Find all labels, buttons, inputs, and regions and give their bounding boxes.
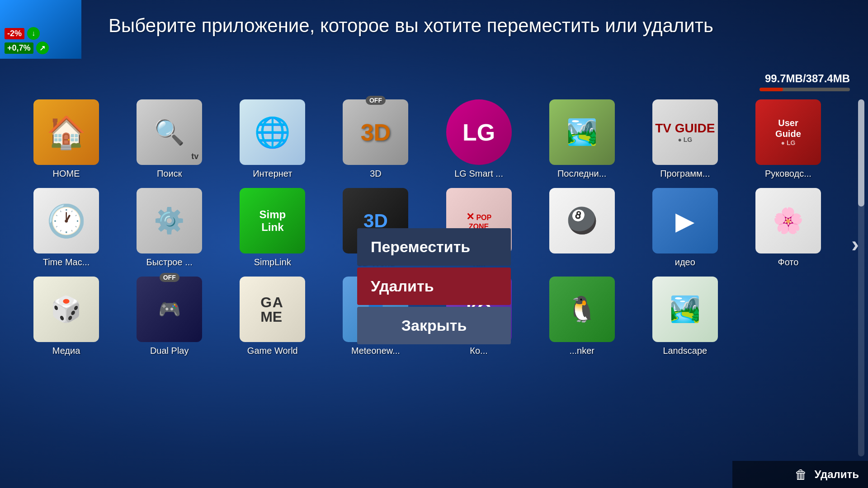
percent-badge-1: -2% [5,28,24,39]
app-recent[interactable]: 🏞️ Последни... [534,99,630,179]
app-video-label: идео [675,257,695,267]
simplink-text-icon: SimpLink [259,208,286,234]
app-tv-guide-label: Программ... [660,169,710,179]
storage-bar [760,88,850,91]
app-thinker-label: ...nker [569,346,594,356]
app-internet-label: Интернет [253,169,292,179]
delete-icon: 🗑 [795,467,807,482]
3d-text-icon: 3D [361,119,391,146]
app-landscape[interactable]: 🏞️ Landscape [637,277,733,356]
app-photo[interactable]: 🌸 Фото [740,188,836,267]
app-internet[interactable]: 🌐 Интернет [224,99,321,179]
app-gameworld[interactable]: GAME Game World [224,277,321,356]
context-menu: Переместить Удалить Закрыть [357,228,511,346]
lg-logo-text: LG [462,119,495,146]
app-balls[interactable]: 🎱 [534,188,630,267]
game-letters: GAME [260,295,284,324]
corner-widget: -2% ↓ +0,7% ↗ [0,0,81,59]
app-gameworld-label: Game World [247,346,298,356]
app-landscape-icon: 🏞️ [652,277,718,342]
app-3d[interactable]: OFF 3D 3D [327,99,424,179]
gear-lightning-icon: ⚙️ [154,206,185,235]
pop-zone-text: ✕ POPZONE [466,211,491,231]
percent-badge-2: +0,7% [5,42,33,54]
storage-info: 99.7MB/387.4MB [760,72,850,91]
app-user-guide-icon: User Guide ● LG [755,99,821,165]
clock-icon: 🕐 [47,202,86,239]
app-user-guide-label: Руководс... [765,169,811,179]
arrow-up-icon: ↗ [36,42,49,54]
header: Выберите приложение, которое вы хотите п… [90,9,868,43]
app-dualplay-icon: 🎮 [137,277,202,342]
app-simplink[interactable]: SimpLink SimpLink [224,188,321,267]
bottom-bar: 🗑 Удалить [732,461,868,488]
app-tv-guide-icon: TV GUIDE ● LG [652,99,718,165]
app-balls-icon: 🎱 [549,188,615,253]
app-fast[interactable]: ⚙️ Быстрое ... [121,188,217,267]
app-video-icon: ▶ [652,188,718,253]
balls-icon: 🎱 [566,206,598,235]
app-time-mac[interactable]: 🕐 Time Mac... [18,188,114,267]
bottom-delete-label: Удалить [814,468,859,481]
app-user-guide[interactable]: User Guide ● LG Руководс... [740,99,836,179]
scrollbar-thumb [858,99,864,206]
app-3d-icon: 3D [343,99,408,165]
app-media-icon: 🎲 [33,277,99,342]
storage-bar-fill [760,88,783,91]
app-internet-icon: 🌐 [240,99,305,165]
landscape-icon: 🏞️ [670,295,701,324]
app-simplink-icon: SimpLink [240,188,305,253]
app-simplink-label: SimpLink [254,257,291,267]
menu-delete-button[interactable]: Удалить [357,267,511,305]
app-tv-guide[interactable]: TV GUIDE ● LG Программ... [637,99,733,179]
page-title: Выберите приложение, которое вы хотите п… [108,14,850,38]
app-home-icon: 🏠 [33,99,99,165]
app-fast-label: Быстрое ... [146,257,193,267]
app-gameworld-icon: GAME [240,277,305,342]
tv-guide-text: TV GUIDE ● LG [655,121,715,143]
off-badge-3d: OFF [366,96,386,105]
app-dualplay[interactable]: OFF 🎮 Dual Play [121,277,217,356]
app-search-icon: 🔍 tv [137,99,202,165]
app-media-label: Медиа [52,346,80,356]
app-time-label: Time Mac... [43,257,90,267]
flower-icon: 🌸 [773,206,804,235]
app-home[interactable]: 🏠 HOME [18,99,114,179]
scrollbar[interactable] [858,99,864,456]
app-lg-icon: LG [446,99,512,165]
storage-label: 99.7MB/387.4MB [760,72,850,85]
app-media[interactable]: 🎲 Медиа [18,277,114,356]
cube-icon: 🎲 [51,295,82,324]
search-tv-label: tv [191,152,198,161]
user-guide-text: User Guide ● LG [775,117,801,147]
app-recent-icon: 🏞️ [549,99,615,165]
app-lg-smart[interactable]: LG LG Smart ... [431,99,527,179]
gamepad-icon: 🎮 [158,299,181,320]
house-icon: 🏠 [47,114,86,151]
app-fast-icon: ⚙️ [137,188,202,253]
app-landscape-label: Landscape [663,346,707,356]
app-recent-label: Последни... [557,169,606,179]
app-search-label: Поиск [157,169,182,179]
app-photo-label: Фото [778,257,798,267]
app-home-label: HOME [53,169,80,179]
app-meteo-label: Meteonew... [351,346,400,356]
play-icon: ▶ [675,206,694,235]
off-badge-dualplay: OFF [160,273,179,282]
app-search[interactable]: 🔍 tv Поиск [121,99,217,179]
app-lg-label: LG Smart ... [454,169,503,179]
arrow-down-icon: ↓ [27,27,40,40]
app-ko-label: Ко... [470,346,487,356]
landscape-thumb-icon: 🏞️ [566,117,598,147]
thinker-icon: 🐧 [566,295,598,324]
globe-icon: 🌐 [254,115,291,150]
app-thinker[interactable]: 🐧 ...nker [534,277,630,356]
app-photo-icon: 🌸 [755,188,821,253]
app-video[interactable]: ▶ идео [637,188,733,267]
menu-close-button[interactable]: Закрыть [357,307,511,344]
search-glass-icon: 🔍 [154,117,185,147]
app-time-icon: 🕐 [33,188,99,253]
app-3d-label: 3D [370,169,382,179]
menu-move-button[interactable]: Переместить [357,228,511,266]
app-thinker-icon: 🐧 [549,277,615,342]
